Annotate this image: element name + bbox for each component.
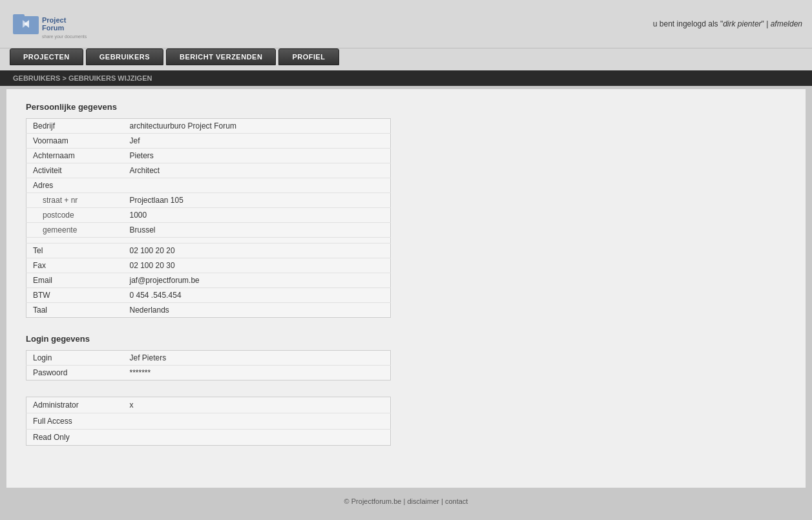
- logout-link[interactable]: afmelden: [771, 19, 802, 28]
- field-label: Adres: [26, 178, 123, 193]
- breadcrumb-separator: >: [60, 74, 68, 82]
- login-section-title: Login gegevens: [26, 334, 786, 344]
- field-value: 1000: [123, 208, 391, 223]
- field-value: Nederlands: [123, 303, 391, 318]
- table-row: Fax 02 100 20 30: [26, 258, 391, 273]
- table-row: Activiteit Architect: [26, 163, 391, 178]
- header: Project Forum share your documents u ben…: [0, 0, 812, 48]
- field-label-indent: gemeente: [26, 223, 123, 238]
- field-value: jaf@projectforum.be: [123, 273, 391, 288]
- disclaimer-link[interactable]: disclaimer: [407, 497, 439, 505]
- field-value: [123, 430, 391, 446]
- table-row: postcode 1000: [26, 208, 391, 223]
- table-row: Achternaam Pieters: [26, 149, 391, 163]
- table-row: Taal Nederlands: [26, 303, 391, 318]
- breadcrumb: GEBRUIKERS > GEBRUIKERS WIJZIGEN: [0, 70, 812, 86]
- table-row: Read Only: [26, 430, 391, 446]
- login-info-table: Login Jef Pieters Paswoord *******: [26, 350, 391, 380]
- field-value: x: [123, 397, 391, 413]
- field-label: Read Only: [26, 430, 123, 446]
- table-row: Administrator x: [26, 397, 391, 413]
- table-row: Login Jef Pieters: [26, 351, 391, 366]
- field-label: Taal: [26, 303, 123, 318]
- field-value: [123, 178, 391, 193]
- field-value: [123, 413, 391, 430]
- header-separator: |: [764, 19, 771, 28]
- field-label: Login: [26, 351, 123, 366]
- field-label: Email: [26, 273, 123, 288]
- tab-projecten[interactable]: PROJECTEN: [10, 48, 83, 65]
- field-label: Full Access: [26, 413, 123, 430]
- field-value: Jef: [123, 134, 391, 149]
- table-row: Adres: [26, 178, 391, 193]
- field-label: Voornaam: [26, 134, 123, 149]
- field-label: Paswoord: [26, 366, 123, 380]
- field-label: Bedrijf: [26, 119, 123, 134]
- footer-sep2: |: [439, 497, 445, 505]
- svg-rect-1: [13, 14, 25, 18]
- footer: © Projectforum.be | disclaimer | contact: [0, 491, 812, 512]
- main-content: Persoonlijke gegevens Bedrijf architectu…: [6, 89, 806, 488]
- nav: PROJECTEN GEBRUIKERS BERICHT VERZENDEN P…: [0, 48, 812, 70]
- field-value: *******: [123, 366, 391, 380]
- table-row: Full Access: [26, 413, 391, 430]
- contact-link[interactable]: contact: [445, 497, 468, 505]
- table-row: Paswoord *******: [26, 366, 391, 380]
- field-label-indent: straat + nr: [26, 193, 123, 208]
- table-row-spacer: [26, 238, 391, 244]
- field-value: Brussel: [123, 223, 391, 238]
- access-info-table: Administrator x Full Access Read Only: [26, 397, 391, 446]
- table-row: Tel 02 100 20 20: [26, 244, 391, 258]
- footer-copyright: © Projectforum.be: [344, 497, 402, 505]
- field-label: Achternaam: [26, 149, 123, 163]
- logo: Project Forum share your documents: [10, 5, 87, 43]
- field-value: Architect: [123, 163, 391, 178]
- table-row: Bedrijf architectuurburo Project Forum: [26, 119, 391, 134]
- breadcrumb-current: GEBRUIKERS WIJZIGEN: [68, 74, 152, 82]
- tab-bericht-verzenden[interactable]: BERICHT VERZENDEN: [166, 48, 276, 65]
- field-label: Fax: [26, 258, 123, 273]
- personal-section-title: Persoonlijke gegevens: [26, 102, 786, 112]
- svg-text:Forum: Forum: [42, 24, 64, 32]
- user-info: u bent ingelogd als "dirk pienter" | afm…: [653, 19, 802, 28]
- field-value: architectuurburo Project Forum: [123, 119, 391, 134]
- table-row: gemeente Brussel: [26, 223, 391, 238]
- field-label: Tel: [26, 244, 123, 258]
- field-value: 02 100 20 30: [123, 258, 391, 273]
- breadcrumb-parent[interactable]: GEBRUIKERS: [13, 74, 60, 82]
- field-label: Administrator: [26, 397, 123, 413]
- personal-info-table: Bedrijf architectuurburo Project Forum V…: [26, 118, 391, 318]
- field-label-indent: postcode: [26, 208, 123, 223]
- table-row: straat + nr Projectlaan 105: [26, 193, 391, 208]
- username-link[interactable]: dirk pienter: [723, 19, 761, 28]
- tab-gebruikers[interactable]: GEBRUIKERS: [86, 48, 163, 65]
- field-value: Jef Pieters: [123, 351, 391, 366]
- table-row: Voornaam Jef: [26, 134, 391, 149]
- table-row: Email jaf@projectforum.be: [26, 273, 391, 288]
- svg-text:share your documents: share your documents: [42, 34, 87, 39]
- logo-area: Project Forum share your documents: [10, 5, 87, 43]
- svg-text:Project: Project: [42, 16, 67, 24]
- field-label: BTW: [26, 288, 123, 303]
- field-value: Projectlaan 105: [123, 193, 391, 208]
- table-row: BTW 0 454 .545.454: [26, 288, 391, 303]
- field-label: Activiteit: [26, 163, 123, 178]
- field-value: 02 100 20 20: [123, 244, 391, 258]
- tab-profiel[interactable]: PROFIEL: [278, 48, 338, 65]
- field-value: 0 454 .545.454: [123, 288, 391, 303]
- field-value: Pieters: [123, 149, 391, 163]
- logged-in-prefix: u bent ingelogd als ": [653, 19, 723, 28]
